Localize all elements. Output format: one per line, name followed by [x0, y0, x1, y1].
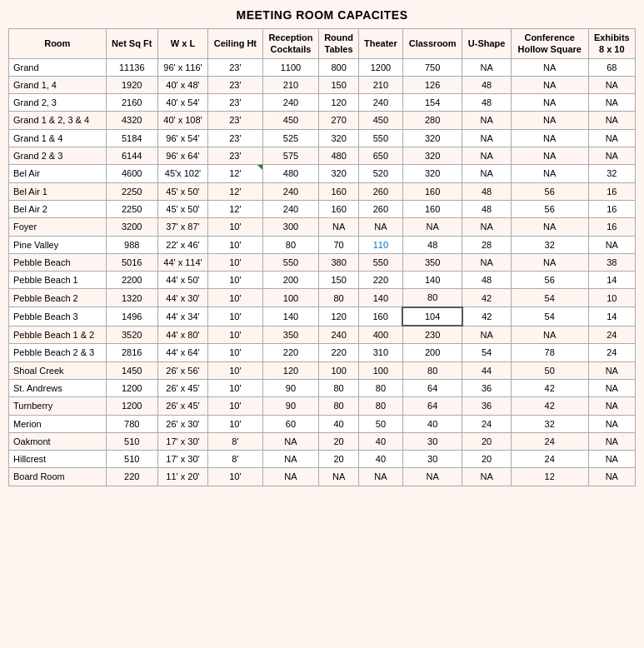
cell-ceiling: 10' — [208, 236, 263, 253]
cell-ushape: 20 — [462, 432, 511, 450]
cell-wxl: 44' x 114' — [157, 253, 207, 271]
cell-classroom: 140 — [402, 272, 462, 289]
cell-ushape: 24 — [462, 415, 511, 432]
cell-room: Bel Air — [9, 165, 107, 182]
cell-room: Grand 1 & 4 — [9, 129, 107, 147]
cell-exhibits: NA — [588, 415, 635, 432]
cell-classroom: 30 — [402, 432, 462, 450]
cell-conference: 54 — [511, 289, 588, 307]
cell-classroom: 160 — [402, 200, 462, 217]
cell-ushape: NA — [462, 218, 511, 236]
cell-theater: 220 — [358, 272, 402, 289]
cell-exhibits: NA — [588, 432, 635, 450]
cell-theater: NA — [358, 468, 402, 486]
cell-round: NA — [319, 468, 359, 486]
cell-ceiling: 10' — [208, 289, 263, 307]
cell-theater: 110 — [358, 236, 402, 253]
cell-room: Grand 2, 3 — [9, 94, 107, 112]
cell-ushape: 42 — [462, 289, 511, 307]
table-row: Grand1113696' x 116'23'11008001200750NAN… — [9, 58, 636, 76]
cell-room: Pebble Beach 2 & 3 — [9, 344, 107, 361]
cell-classroom: NA — [402, 218, 462, 236]
cell-classroom: 126 — [402, 76, 462, 93]
table-row: Pebble Beach 2132044' x 30'10'1008014080… — [9, 289, 636, 307]
cell-exhibits: NA — [588, 361, 635, 379]
cell-exhibits: 32 — [588, 165, 635, 182]
table-row: Turnberry120026' x 45'10'908080643642NA — [9, 397, 636, 415]
table-row: Merion78026' x 30'10'604050402432NA — [9, 415, 636, 432]
cell-conference: NA — [511, 94, 588, 112]
cell-netsqft: 2160 — [106, 94, 157, 112]
cell-ceiling: 10' — [208, 218, 263, 236]
cell-theater: 650 — [358, 147, 402, 165]
cell-reception: 220 — [262, 344, 319, 361]
cell-ushape: NA — [462, 129, 511, 147]
cell-room: Foyer — [9, 218, 107, 236]
cell-classroom: 750 — [402, 58, 462, 76]
cell-conference: NA — [511, 165, 588, 182]
cell-round: 40 — [319, 415, 359, 432]
cell-ceiling: 23' — [208, 129, 263, 147]
cell-ushape: NA — [462, 468, 511, 486]
cell-reception: 525 — [262, 129, 319, 147]
cell-reception: 450 — [262, 112, 319, 129]
cell-theater: 210 — [358, 76, 402, 93]
cell-netsqft: 6144 — [106, 147, 157, 165]
cell-classroom: 280 — [402, 112, 462, 129]
cell-theater: 80 — [358, 397, 402, 415]
cell-round: 20 — [319, 451, 359, 468]
cell-conference: 54 — [511, 307, 588, 326]
cell-ceiling: 23' — [208, 112, 263, 129]
cell-ushape: 36 — [462, 397, 511, 415]
cell-netsqft: 780 — [106, 415, 157, 432]
cell-exhibits: 16 — [588, 182, 635, 200]
cell-theater: 1200 — [358, 58, 402, 76]
cell-exhibits: NA — [588, 112, 635, 129]
col-header-classroom: Classroom — [402, 29, 462, 59]
cell-room: Pebble Beach 1 & 2 — [9, 326, 107, 344]
cell-conference: 42 — [511, 397, 588, 415]
cell-reception: 200 — [262, 272, 319, 289]
cell-ceiling: 10' — [208, 397, 263, 415]
table-row: Grand 1 & 2, 3 & 4432040' x 108'23'45027… — [9, 112, 636, 129]
cell-netsqft: 2250 — [106, 182, 157, 200]
cell-netsqft: 3520 — [106, 326, 157, 344]
cell-conference: NA — [511, 253, 588, 271]
cell-wxl: 26' x 45' — [157, 379, 207, 396]
cell-room: Shoal Creek — [9, 361, 107, 379]
cell-theater: 160 — [358, 307, 402, 326]
cell-netsqft: 5016 — [106, 253, 157, 271]
cell-theater: 50 — [358, 415, 402, 432]
cell-ushape: 48 — [462, 200, 511, 217]
table-row: Pebble Beach 2 & 3281644' x 64'10'220220… — [9, 344, 636, 361]
cell-netsqft: 1920 — [106, 76, 157, 93]
cell-exhibits: NA — [588, 379, 635, 396]
cell-theater: 550 — [358, 253, 402, 271]
cell-conference: NA — [511, 326, 588, 344]
cell-room: St. Andrews — [9, 379, 107, 396]
cell-ceiling: 12' — [208, 165, 263, 182]
col-header-netsqft: Net Sq Ft — [106, 29, 157, 59]
table-row: St. Andrews120026' x 45'10'908080643642N… — [9, 379, 636, 396]
cell-reception: 210 — [262, 76, 319, 93]
cell-classroom: 64 — [402, 379, 462, 396]
cell-classroom: 160 — [402, 182, 462, 200]
cell-netsqft: 1496 — [106, 307, 157, 326]
cell-classroom: 48 — [402, 236, 462, 253]
cell-round: 150 — [319, 76, 359, 93]
cell-exhibits: NA — [588, 129, 635, 147]
cell-conference: 42 — [511, 379, 588, 396]
cell-exhibits: 16 — [588, 218, 635, 236]
cell-round: 240 — [319, 326, 359, 344]
cell-exhibits: NA — [588, 76, 635, 93]
col-header-theater: Theater — [358, 29, 402, 59]
cell-conference: NA — [511, 58, 588, 76]
cell-ceiling: 10' — [208, 415, 263, 432]
cell-theater: 260 — [358, 200, 402, 217]
cell-ceiling: 10' — [208, 361, 263, 379]
cell-reception: NA — [262, 468, 319, 486]
cell-wxl: 96' x 64' — [157, 147, 207, 165]
cell-theater: 40 — [358, 451, 402, 468]
cell-exhibits: NA — [588, 397, 635, 415]
cell-reception: 1100 — [262, 58, 319, 76]
